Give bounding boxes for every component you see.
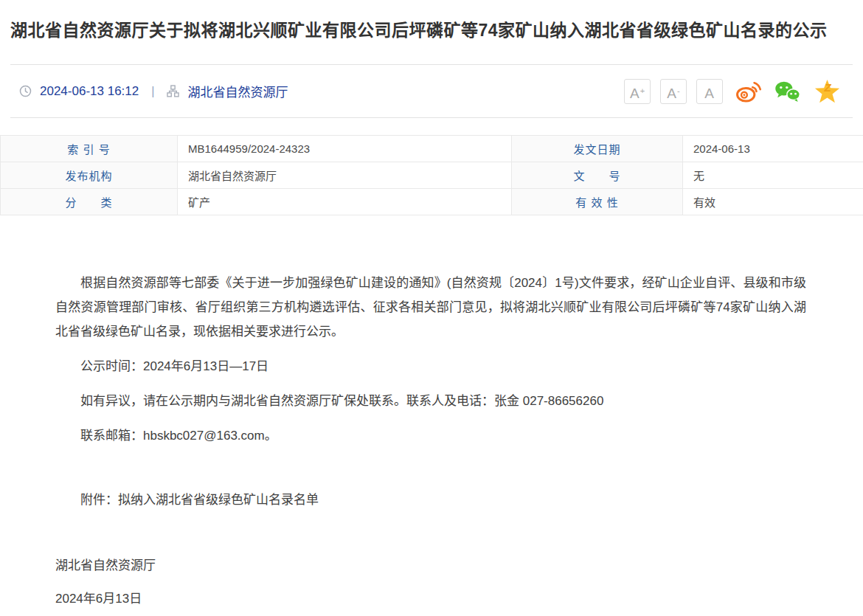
font-increase-button[interactable]: A+ bbox=[624, 79, 651, 104]
source-agency: 湖北省自然资源厅 bbox=[187, 82, 288, 100]
font-decrease-sign: - bbox=[677, 86, 680, 95]
page-title: 湖北省自然资源厅关于拟将湖北兴顺矿业有限公司后坪磷矿等74家矿山纳入湖北省省级绿… bbox=[10, 18, 853, 43]
issue-date-value: 2024-06-13 bbox=[683, 136, 863, 162]
doc-number-label: 文 号 bbox=[512, 162, 683, 189]
weibo-icon bbox=[735, 80, 762, 103]
font-reset-button[interactable]: A bbox=[696, 79, 723, 104]
toolbar: A+ A- A bbox=[624, 79, 841, 104]
issue-date-label: 发文日期 bbox=[512, 136, 683, 162]
paragraph-main: 根据自然资源部等七部委《关于进一步加强绿色矿山建设的通知》(自然资规〔2024〕… bbox=[55, 271, 806, 344]
category-label: 分 类 bbox=[1, 189, 178, 215]
paragraph-public-period: 公示时间：2024年6月13日—17日 bbox=[55, 354, 806, 378]
font-increase-sign: + bbox=[640, 86, 645, 95]
publish-time: 2024-06-13 16:12 bbox=[40, 84, 139, 99]
wechat-icon bbox=[774, 80, 801, 103]
font-reset-label: A bbox=[704, 86, 714, 101]
publisher-value: 湖北省自然资源厅 bbox=[178, 162, 512, 189]
signature-block: 湖北省自然资源厅 2024年6月13日 bbox=[55, 553, 806, 611]
validity-label: 有 效 性 bbox=[512, 189, 683, 215]
meta-row: 2024-06-13 16:12 | 湖北省自然资源厅 A+ A- A bbox=[0, 65, 863, 117]
share-wechat-button[interactable] bbox=[774, 80, 801, 103]
publisher-label: 发布机构 bbox=[1, 162, 178, 189]
org-sitemap-icon bbox=[167, 85, 179, 97]
paragraph-contact: 如有异议，请在公示期内与湖北省自然资源厅矿保处联系。联系人及电话：张金 027-… bbox=[55, 389, 806, 413]
svg-text:Z: Z bbox=[823, 81, 831, 94]
meta-separator: | bbox=[147, 85, 159, 98]
table-row: 索 引 号 MB1644959/2024-24323 发文日期 2024-06-… bbox=[1, 136, 863, 162]
meta-info: 2024-06-13 16:12 | 湖北省自然资源厅 bbox=[19, 82, 288, 100]
signature-org: 湖北省自然资源厅 bbox=[55, 553, 806, 578]
document-info-table: 索 引 号 MB1644959/2024-24323 发文日期 2024-06-… bbox=[0, 135, 863, 215]
share-weibo-button[interactable] bbox=[735, 80, 762, 103]
title-section: 湖北省自然资源厅关于拟将湖北兴顺矿业有限公司后坪磷矿等74家矿山纳入湖北省省级绿… bbox=[0, 0, 863, 43]
meta-divider bbox=[10, 117, 853, 118]
validity-value: 有效 bbox=[683, 189, 863, 215]
share-qzone-button[interactable]: Z bbox=[814, 79, 841, 104]
signature-date: 2024年6月13日 bbox=[55, 586, 806, 611]
paragraph-email: 联系邮箱：hbskbc027@163.com。 bbox=[55, 423, 806, 448]
index-number-label: 索 引 号 bbox=[1, 136, 178, 162]
doc-number-value: 无 bbox=[683, 162, 863, 189]
table-row: 分 类 矿产 有 效 性 有效 bbox=[1, 189, 863, 215]
font-decrease-button[interactable]: A- bbox=[660, 79, 687, 104]
article-page: 湖北省自然资源厅关于拟将湖北兴顺矿业有限公司后坪磷矿等74家矿山纳入湖北省省级绿… bbox=[0, 0, 863, 616]
article-body: 根据自然资源部等七部委《关于进一步加强绿色矿山建设的通知》(自然资规〔2024〕… bbox=[0, 215, 863, 611]
attachment-line: 附件：拟纳入湖北省省级绿色矿山名录名单 bbox=[55, 488, 806, 512]
category-value: 矿产 bbox=[178, 189, 512, 215]
index-number-value: MB1644959/2024-24323 bbox=[178, 136, 512, 162]
font-decrease-label: A bbox=[667, 86, 676, 101]
table-row: 发布机构 湖北省自然资源厅 文 号 无 bbox=[1, 162, 863, 189]
font-increase-label: A bbox=[630, 86, 640, 101]
qzone-star-icon: Z bbox=[814, 79, 841, 104]
clock-icon bbox=[19, 85, 32, 97]
